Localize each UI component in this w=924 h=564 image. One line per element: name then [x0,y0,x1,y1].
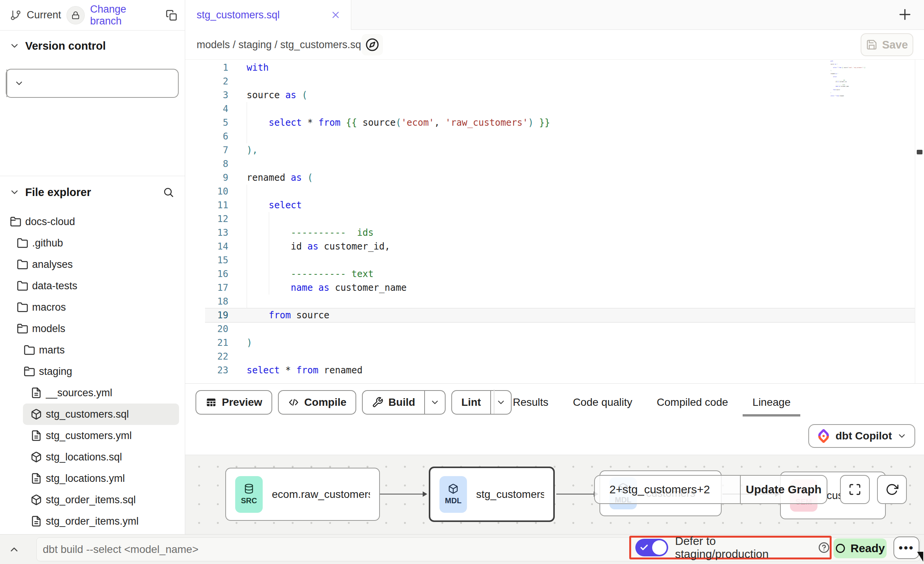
chevron-down-icon [9,41,20,51]
build-dropdown[interactable] [424,391,445,414]
sidebar-item-stg-customers-yml[interactable]: stg_customers.yml [23,425,179,446]
code-line-5[interactable]: select * from {{ source('ecom', 'raw_cus… [247,116,550,130]
tab-lineage[interactable]: Lineage [753,396,791,408]
file-icon [31,430,42,441]
minimap[interactable]: withsource as ( select * from {{ source(… [830,60,876,100]
folder-icon [17,259,28,270]
code-line-15[interactable] [247,253,550,267]
sidebar-item-marts[interactable]: marts [16,339,179,361]
fullscreen-button[interactable] [840,475,870,504]
sidebar-item-docs-cloud[interactable]: docs-cloud [2,211,179,232]
code-line-23[interactable]: select * from renamed [830,95,876,97]
code-lines[interactable]: withsource as ( select * from {{ source(… [247,61,550,377]
graph-selector-bar: 2+stg_customers+2 Update Graph [594,475,827,504]
sidebar-item-stg-order-items-yml[interactable]: stg_order_items.yml [23,511,179,532]
code-line-18[interactable] [247,295,550,308]
code-line-11[interactable]: select [247,198,550,212]
more-options-button[interactable]: ••• [893,536,919,559]
compile-button[interactable]: Compile [278,390,356,415]
code-line-7[interactable]: ), [247,143,550,157]
sidebar: Current Change branch Version control Cr… [0,0,185,534]
copy-icon[interactable] [166,10,177,21]
code-line-21[interactable]: ) [247,336,550,350]
new-tab-button[interactable] [897,6,913,23]
lint-button[interactable]: Lint [451,390,511,415]
help-icon[interactable] [818,542,830,553]
refresh-button[interactable] [877,475,907,504]
sidebar-item--github[interactable]: .github [9,232,179,254]
lineage-edge [380,494,423,494]
graph-selector-input[interactable]: 2+stg_customers+2 [595,476,740,503]
preview-button[interactable]: Preview [195,390,272,415]
code-line-19[interactable]: from source [247,308,550,322]
search-icon[interactable] [163,186,174,198]
code-line-16[interactable]: ---------- text [247,267,550,281]
file-label: data-tests [32,280,78,292]
sidebar-item--sources-yml[interactable]: __sources.yml [23,382,179,404]
sidebar-item-stg-locations-yml[interactable]: stg_locations.yml [23,468,179,489]
create-branch-dropdown[interactable] [6,70,31,97]
code-line-13[interactable]: ---------- ids [247,226,550,240]
lineage-node-source[interactable]: SRC ecom.raw_customers [225,468,380,521]
code-line-22[interactable] [247,350,550,363]
tab-compiled-code[interactable]: Compiled code [657,396,728,408]
sidebar-item-stg-order-items-sql[interactable]: stg_order_items.sql [23,489,179,511]
version-control-header[interactable]: Version control [0,31,194,60]
tab-code-quality[interactable]: Code quality [573,396,632,408]
folder-icon [24,344,35,356]
change-branch-link[interactable]: Change branch [90,3,160,27]
file-label: stg_order_items.yml [46,515,139,527]
code-line-9[interactable]: renamed as ( [247,171,550,185]
code-line-10[interactable] [247,185,550,198]
scrollbar-thumb[interactable] [917,150,922,154]
save-button[interactable]: Save [861,33,913,56]
code-line-4[interactable] [247,102,550,116]
code-line-12[interactable] [247,212,550,226]
tab-results[interactable]: Results [513,396,548,408]
create-branch-button[interactable]: Create branch [6,69,179,98]
tab-bar-empty [351,0,924,30]
chevron-down-icon [496,397,506,407]
close-icon[interactable] [330,10,341,20]
folder-icon [17,280,28,292]
sidebar-item-macros[interactable]: macros [9,297,179,318]
compass-button[interactable] [362,34,383,55]
sidebar-item-analyses[interactable]: analyses [9,254,179,275]
defer-toggle[interactable] [635,539,668,556]
preview-label: Preview [222,396,262,408]
code-line-8[interactable] [247,157,550,171]
code-icon [288,397,299,408]
code-line-20[interactable] [247,322,550,336]
sidebar-item-stg-customers-sql[interactable]: stg_customers.sql [23,404,179,425]
code-line-23[interactable]: select * from renamed [247,363,550,377]
collapse-panel-button[interactable] [8,544,20,555]
lineage-node-stg-customers[interactable]: MDL stg_customers [429,467,555,522]
dbt-cloud-ide: Current Change branch Version control Cr… [0,0,924,564]
version-control-title: Version control [25,40,106,52]
code-line-17[interactable]: name as customer_name [247,281,550,295]
build-button[interactable]: Build [362,390,446,415]
sidebar-item-models[interactable]: models [9,318,179,339]
dbt-copilot-button[interactable]: dbt Copilot [808,424,915,448]
sidebar-item-stg-locations-sql[interactable]: stg_locations.sql [23,446,179,468]
scrollbar-track[interactable] [915,60,924,383]
file-explorer-header[interactable]: File explorer [0,177,185,208]
result-tabs: Results Code quality Compiled code Linea… [513,384,790,421]
cube-icon [31,451,42,463]
code-line-14[interactable]: id as customer_id, [247,240,550,253]
lint-dropdown[interactable] [490,391,511,414]
sidebar-item-data-tests[interactable]: data-tests [9,275,179,297]
sidebar-item-staging[interactable]: staging [16,361,179,382]
lineage-canvas[interactable]: SRC ecom.raw_customers MDL stg_customers… [185,455,924,534]
code-line-1[interactable]: with [247,61,550,75]
table-icon [205,397,217,408]
code-line-3[interactable]: source as ( [247,88,550,102]
file-label: stg_locations.sql [46,451,122,463]
file-label: __sources.yml [46,387,112,399]
compass-icon [365,38,379,52]
code-line-6[interactable] [247,130,550,143]
update-graph-button[interactable]: Update Graph [740,476,827,503]
code-line-2[interactable] [247,75,550,88]
tab-stg-customers-sql[interactable]: stg_customers.sql [185,0,351,30]
code-editor[interactable]: 1234567891011121314151617181920212223 wi… [185,60,924,383]
